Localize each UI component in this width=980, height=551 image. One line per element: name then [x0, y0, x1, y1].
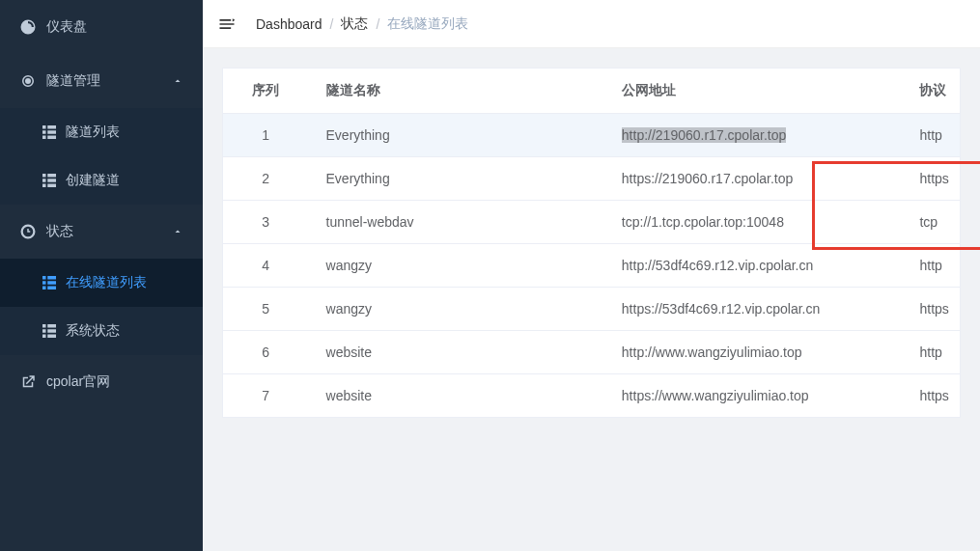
cell-addr[interactable]: https://219060.r17.cpolar.top — [604, 157, 903, 201]
sidebar-item-tunnel-mgmt[interactable]: 隧道管理 — [0, 54, 203, 108]
breadcrumb-sep: / — [330, 16, 334, 32]
sidebar-item-dashboard[interactable]: 仪表盘 — [0, 0, 203, 54]
cell-addr[interactable]: https://53df4c69.r12.vip.cpolar.cn — [604, 288, 903, 331]
svg-rect-17 — [47, 287, 56, 290]
sidebar-item-online-tunnels[interactable]: 在线隧道列表 — [0, 259, 203, 307]
cell-proto: https — [902, 288, 960, 331]
sidebar-item-system-status[interactable]: 系统状态 — [0, 307, 203, 355]
svg-rect-0 — [42, 125, 46, 129]
th-index: 序列 — [223, 69, 309, 114]
svg-rect-8 — [42, 179, 46, 182]
sidebar-label-create-tunnel: 创建隧道 — [66, 172, 183, 189]
svg-rect-2 — [42, 130, 46, 134]
dashboard-icon — [19, 18, 37, 36]
cell-addr[interactable]: http://www.wangziyulimiao.top — [604, 331, 903, 374]
cell-name: website — [309, 374, 604, 418]
svg-rect-6 — [42, 174, 46, 178]
cell-proto: http — [902, 244, 960, 288]
cell-addr[interactable]: https://www.wangziyulimiao.top — [604, 374, 903, 418]
svg-rect-20 — [42, 329, 46, 333]
cell-index: 1 — [223, 114, 309, 157]
sidebar-item-tunnel-list[interactable]: 隧道列表 — [0, 108, 203, 156]
svg-rect-11 — [47, 184, 56, 188]
svg-rect-3 — [47, 130, 56, 134]
table-row[interactable]: 1Everythinghttp://219060.r17.cpolar.toph… — [223, 114, 961, 157]
sidebar-item-status[interactable]: 状态 — [0, 205, 203, 259]
sidebar: 仪表盘 隧道管理 隧道列表 创建隧道 状态 在线隧道列表 系统状态 cpolar… — [0, 0, 203, 551]
cell-name: tunnel-webdav — [309, 201, 604, 244]
breadcrumb: Dashboard / 状态 / 在线隧道列表 — [256, 15, 468, 33]
sidebar-item-cpolar-site[interactable]: cpolar官网 — [0, 355, 203, 409]
th-addr: 公网地址 — [604, 69, 903, 114]
cell-index: 4 — [223, 244, 309, 288]
table-row[interactable]: 2Everythinghttps://219060.r17.cpolar.top… — [223, 157, 961, 201]
external-link-icon — [19, 373, 37, 391]
content: 序列 隧道名称 公网地址 协议 1Everythinghttp://219060… — [203, 48, 980, 551]
cell-proto: tcp — [902, 201, 960, 244]
cell-addr[interactable]: http://53df4c69.r12.vip.cpolar.cn — [604, 244, 903, 288]
breadcrumb-root[interactable]: Dashboard — [256, 16, 322, 32]
cell-addr[interactable]: tcp://1.tcp.cpolar.top:10048 — [604, 201, 903, 244]
sidebar-label-system-status: 系统状态 — [66, 322, 183, 340]
grid-icon — [42, 324, 56, 338]
svg-rect-1 — [47, 125, 56, 129]
svg-rect-23 — [47, 335, 56, 339]
table-row[interactable]: 5wangzyhttps://53df4c69.r12.vip.cpolar.c… — [223, 288, 961, 331]
svg-rect-12 — [42, 276, 46, 280]
table-row[interactable]: 4wangzyhttp://53df4c69.r12.vip.cpolar.cn… — [223, 244, 961, 288]
svg-rect-22 — [42, 335, 46, 339]
table-row[interactable]: 6websitehttp://www.wangziyulimiao.tophtt… — [223, 331, 961, 374]
cell-proto: https — [902, 157, 960, 201]
svg-rect-4 — [42, 136, 46, 140]
sidebar-label-online-tunnels: 在线隧道列表 — [66, 274, 183, 291]
cell-name: Everything — [309, 157, 604, 201]
svg-rect-16 — [42, 287, 46, 290]
svg-rect-14 — [42, 281, 46, 285]
hamburger-icon[interactable] — [217, 14, 237, 34]
grid-icon — [42, 125, 56, 139]
breadcrumb-sep: / — [376, 16, 379, 32]
chevron-up-icon — [172, 226, 183, 237]
grid-icon — [42, 174, 56, 187]
svg-rect-9 — [47, 179, 56, 182]
sidebar-item-create-tunnel[interactable]: 创建隧道 — [0, 156, 203, 205]
table-row[interactable]: 3tunnel-webdavtcp://1.tcp.cpolar.top:100… — [223, 201, 961, 244]
sidebar-label-tunnel-mgmt: 隧道管理 — [46, 72, 172, 90]
cell-name: wangzy — [309, 288, 604, 331]
cell-name: Everything — [309, 114, 604, 157]
status-icon — [19, 223, 37, 240]
breadcrumb-mid[interactable]: 状态 — [341, 15, 368, 33]
svg-rect-19 — [47, 324, 56, 328]
sidebar-label-dashboard: 仪表盘 — [46, 18, 183, 36]
svg-rect-10 — [42, 184, 46, 188]
cell-proto: http — [902, 114, 960, 157]
svg-rect-13 — [47, 276, 56, 280]
cell-index: 5 — [223, 288, 309, 331]
sidebar-label-cpolar-site: cpolar官网 — [46, 373, 183, 391]
table-row[interactable]: 7websitehttps://www.wangziyulimiao.topht… — [223, 374, 961, 418]
breadcrumb-current: 在线隧道列表 — [387, 15, 468, 33]
svg-rect-15 — [47, 281, 56, 285]
cell-addr[interactable]: http://219060.r17.cpolar.top — [604, 114, 903, 157]
grid-icon — [42, 276, 56, 289]
main: Dashboard / 状态 / 在线隧道列表 序列 隧道名称 公网地址 协议 … — [203, 0, 980, 551]
cell-proto: https — [902, 374, 960, 418]
sidebar-label-status: 状态 — [46, 223, 172, 240]
sidebar-label-tunnel-list: 隧道列表 — [66, 124, 183, 141]
cell-name: wangzy — [309, 244, 604, 288]
svg-rect-5 — [47, 136, 56, 140]
cell-index: 6 — [223, 331, 309, 374]
cell-proto: http — [902, 331, 960, 374]
topbar: Dashboard / 状态 / 在线隧道列表 — [203, 0, 980, 48]
svg-rect-7 — [47, 174, 56, 178]
chevron-up-icon — [172, 75, 183, 87]
th-proto: 协议 — [902, 69, 960, 114]
tunnel-icon — [19, 72, 37, 90]
cell-name: website — [309, 331, 604, 374]
th-name: 隧道名称 — [309, 69, 604, 114]
cell-index: 2 — [223, 157, 309, 201]
tunnel-table: 序列 隧道名称 公网地址 协议 1Everythinghttp://219060… — [222, 68, 961, 418]
cell-index: 7 — [223, 374, 309, 418]
svg-rect-18 — [42, 324, 46, 328]
svg-rect-21 — [47, 329, 56, 333]
